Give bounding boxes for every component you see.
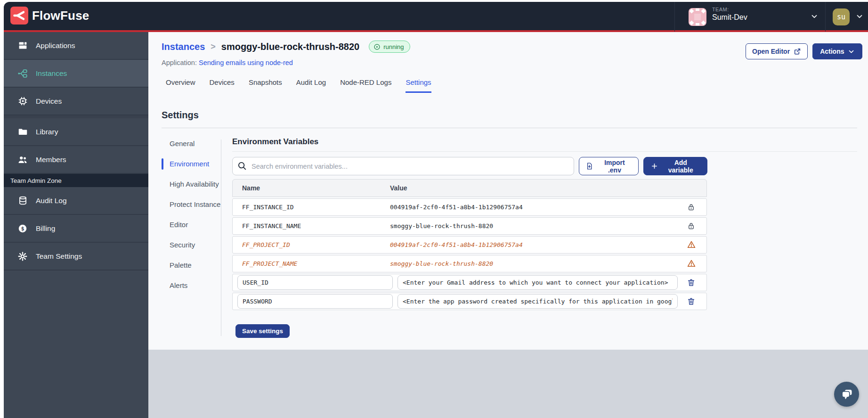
- sidebar-item-label: Applications: [36, 41, 75, 50]
- application-row: Application: Sending emails using node-r…: [162, 59, 293, 66]
- sidebar-item-label: Members: [36, 156, 66, 164]
- sidebar: Applications Instances Devices Library: [4, 32, 148, 418]
- divider: [162, 128, 857, 128]
- settings-title: Settings: [162, 110, 199, 121]
- save-settings-label: Save settings: [242, 328, 283, 335]
- flowfuse-logo[interactable]: [10, 7, 28, 25]
- env-value-input[interactable]: [397, 294, 678, 309]
- env-row: FF_INSTANCE_NAMEsmoggy-blue-rock-thrush-…: [232, 217, 707, 235]
- subnav-general[interactable]: General: [170, 139, 222, 148]
- sidebar-item-devices[interactable]: Devices: [4, 88, 148, 115]
- add-variable-button[interactable]: Add variable: [643, 157, 708, 175]
- chevron-down-icon: [848, 48, 855, 55]
- subnav-palette[interactable]: Palette: [170, 261, 222, 270]
- actions-label: Actions: [820, 48, 844, 55]
- tab-node-red-logs[interactable]: Node-RED Logs: [340, 78, 391, 93]
- search-icon: [237, 161, 247, 171]
- subnav-environment[interactable]: Environment: [170, 159, 222, 169]
- env-name-input[interactable]: [237, 294, 393, 309]
- actions-button[interactable]: Actions: [812, 43, 862, 59]
- devices-icon: [17, 96, 28, 107]
- tab-snapshots[interactable]: Snapshots: [249, 78, 282, 93]
- tab-devices[interactable]: Devices: [210, 78, 235, 93]
- instance-name: smoggy-blue-rock-thrush-8820: [221, 41, 359, 52]
- top-navbar: FlowFuse TEAM: Sumit-Dev su: [4, 2, 868, 32]
- applications-icon: [17, 40, 28, 51]
- svg-text:$: $: [21, 225, 24, 232]
- sidebar-item-team-settings[interactable]: Team Settings: [4, 243, 148, 270]
- sidebar-item-label: Billing: [36, 224, 55, 233]
- tab-audit-log[interactable]: Audit Log: [296, 78, 326, 93]
- env-var-value: smoggy-blue-rock-thrush-8820: [390, 222, 668, 229]
- env-value-input[interactable]: [397, 275, 678, 290]
- header-actions: Open Editor Actions: [746, 43, 862, 59]
- sidebar-item-library[interactable]: Library: [4, 118, 148, 146]
- status-badge: running: [369, 41, 410, 53]
- instance-tabs: Overview Devices Snapshots Audit Log Nod…: [166, 78, 431, 93]
- team-meta: TEAM: Sumit-Dev: [712, 7, 747, 22]
- plus-icon: [651, 163, 658, 170]
- team-admin-zone-label: Team Admin Zone: [4, 174, 148, 187]
- trash-icon[interactable]: [687, 297, 696, 306]
- subnav-protect-instance[interactable]: Protect Instance: [170, 200, 222, 209]
- chevron-down-icon: [855, 12, 864, 21]
- import-env-label: Import .env: [597, 159, 632, 174]
- user-avatar: su: [833, 8, 850, 25]
- env-section-title: Environment Variables: [232, 137, 318, 147]
- env-var-value: 004919af-2cf0-4f51-a8b4-1b12906757a4: [390, 204, 668, 211]
- brand-name: FlowFuse: [32, 8, 89, 23]
- lock-icon: [687, 203, 696, 212]
- sidebar-item-applications[interactable]: Applications: [4, 32, 148, 60]
- breadcrumb-instances-link[interactable]: Instances: [162, 41, 205, 52]
- chat-launcher-button[interactable]: [834, 382, 859, 407]
- open-editor-button[interactable]: Open Editor: [746, 43, 808, 59]
- column-header-value: Value: [390, 184, 706, 192]
- subnav-high-availability[interactable]: High Availability: [170, 180, 222, 189]
- env-table-rows: FF_INSTANCE_ID004919af-2cf0-4f51-a8b4-1b…: [232, 198, 707, 310]
- dollar-icon: $: [17, 223, 28, 234]
- sidebar-item-label: Instances: [36, 69, 67, 78]
- sidebar-item-billing[interactable]: $ Billing: [4, 215, 148, 243]
- flowfuse-logo-icon: [13, 9, 25, 22]
- env-var-name: FF_PROJECT_ID: [233, 241, 390, 248]
- divider: [232, 151, 857, 152]
- sidebar-item-audit-log[interactable]: Audit Log: [4, 187, 148, 215]
- search-input[interactable]: [232, 157, 574, 175]
- save-settings-button[interactable]: Save settings: [235, 324, 290, 338]
- subnav-alerts[interactable]: Alerts: [170, 281, 222, 290]
- external-link-icon: [794, 48, 801, 55]
- env-var-value: 004919af-2cf0-4f51-a8b4-1b12906757a4: [390, 241, 668, 248]
- application-link[interactable]: Sending emails using node-red: [199, 59, 293, 66]
- subnav-security[interactable]: Security: [170, 240, 222, 250]
- team-name: Sumit-Dev: [712, 13, 747, 22]
- sidebar-item-instances[interactable]: Instances: [4, 60, 148, 88]
- env-var-name: FF_PROJECT_NAME: [233, 260, 390, 267]
- navbar-divider: [674, 2, 675, 32]
- search-box: [232, 157, 574, 175]
- play-circle-icon: [373, 43, 381, 50]
- sidebar-item-label: Audit Log: [36, 197, 67, 205]
- tab-settings[interactable]: Settings: [406, 78, 431, 93]
- column-header-name: Name: [233, 184, 390, 192]
- env-row: FF_INSTANCE_ID004919af-2cf0-4f51-a8b4-1b…: [232, 198, 707, 216]
- env-name-input[interactable]: [237, 275, 393, 290]
- subnav-editor[interactable]: Editor: [170, 220, 222, 229]
- user-menu[interactable]: su: [829, 2, 868, 32]
- folder-icon: [17, 126, 28, 138]
- trash-icon[interactable]: [687, 278, 696, 287]
- env-var-value: smoggy-blue-rock-thrush-8820: [390, 260, 668, 267]
- sidebar-item-members[interactable]: Members: [4, 146, 148, 174]
- footer-area: [148, 350, 868, 418]
- database-icon: [17, 195, 28, 206]
- lock-icon: [687, 221, 696, 231]
- users-icon: [17, 154, 28, 165]
- tab-overview[interactable]: Overview: [166, 78, 195, 93]
- chat-bubbles-icon: [840, 388, 853, 401]
- settings-subnav: General Environment High Availability Pr…: [170, 139, 222, 290]
- add-variable-label: Add variable: [662, 159, 700, 174]
- env-row: FF_PROJECT_ID004919af-2cf0-4f51-a8b4-1b1…: [232, 236, 707, 254]
- team-selector[interactable]: TEAM: Sumit-Dev: [678, 2, 828, 32]
- vertical-divider: [221, 139, 221, 336]
- import-env-button[interactable]: Import .env: [579, 157, 638, 175]
- chevron-down-icon: [810, 12, 819, 21]
